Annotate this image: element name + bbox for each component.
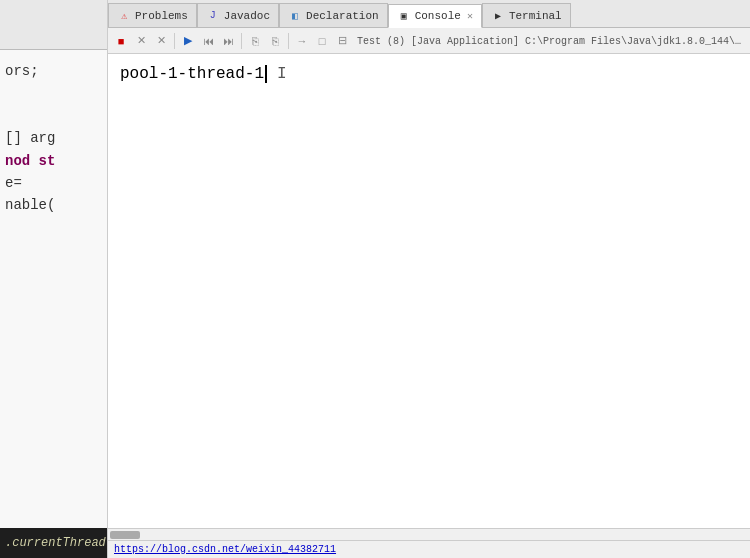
code-left-top [0,0,107,50]
problems-icon: ⚠ [117,9,131,23]
minimize-button[interactable]: ⊟ [333,32,351,50]
maximize-button[interactable]: □ [313,32,331,50]
code-lines: ors; [] arg nod st e= nable( [0,50,107,227]
text-cursor [265,65,267,83]
tab-console[interactable]: ▣ Console ✕ [388,4,482,28]
status-bar[interactable]: https://blog.csdn.net/weixin_44382711 [108,540,750,558]
console-icon: ▣ [397,9,411,23]
javadoc-icon: J [206,9,220,23]
horizontal-scrollbar[interactable] [108,528,750,540]
copy-button-2[interactable]: ⎘ [266,32,284,50]
status-url: https://blog.csdn.net/weixin_44382711 [114,544,336,555]
console-output: pool-1-thread-1I [120,62,738,86]
close-button-2[interactable]: ✕ [152,32,170,50]
ide-panel: ⚠ Problems J Javadoc ◧ Declaration ▣ Con… [108,0,750,558]
separator-1 [174,33,175,49]
code-line-4: [] arg [5,127,102,149]
separator-3 [288,33,289,49]
tab-bar: ⚠ Problems J Javadoc ◧ Declaration ▣ Con… [108,0,750,28]
close-button-1[interactable]: ✕ [132,32,150,50]
console-output-text: pool-1-thread-1 [120,65,264,83]
terminal-icon: ▶ [491,9,505,23]
console-area[interactable]: pool-1-thread-1I [108,54,750,528]
tab-console-label: Console [415,10,461,22]
tab-terminal[interactable]: ▶ Terminal [482,3,571,27]
code-line-2 [5,82,102,104]
code-line-7: nable( [5,194,102,216]
next-button[interactable]: ⏭ [219,32,237,50]
code-line-6: e= [5,172,102,194]
run-button[interactable]: ▶ [179,32,197,50]
stop-button[interactable]: ■ [112,32,130,50]
pin-button[interactable]: → [293,32,311,50]
copy-button-1[interactable]: ⎘ [246,32,264,50]
code-bottom-bar: .currentThread().getName()); [0,528,108,558]
declaration-icon: ◧ [288,9,302,23]
i-beam-cursor: I [277,65,287,83]
scrollbar-thumb[interactable] [110,531,140,539]
tab-problems-label: Problems [135,10,188,22]
toolbar-status-text: Test (8) [Java Application] C:\Program F… [357,34,746,48]
code-line-3 [5,105,102,127]
tab-javadoc[interactable]: J Javadoc [197,3,279,27]
tab-declaration[interactable]: ◧ Declaration [279,3,388,27]
toolbar: ■ ✕ ✕ ▶ ⏮ ⏭ ⎘ ⎘ → □ ⊟ Test (8) [Java App… [108,28,750,54]
code-panel: ors; [] arg nod st e= nable( .currentThr… [0,0,108,558]
tab-declaration-label: Declaration [306,10,379,22]
console-close-icon[interactable]: ✕ [467,10,473,22]
tab-problems[interactable]: ⚠ Problems [108,3,197,27]
code-line-5: nod st [5,150,102,172]
separator-2 [241,33,242,49]
tab-javadoc-label: Javadoc [224,10,270,22]
tab-terminal-label: Terminal [509,10,562,22]
prev-button[interactable]: ⏮ [199,32,217,50]
bottom-code-text: .currentThread().getName()); [5,536,108,550]
code-line-1: ors; [5,60,102,82]
